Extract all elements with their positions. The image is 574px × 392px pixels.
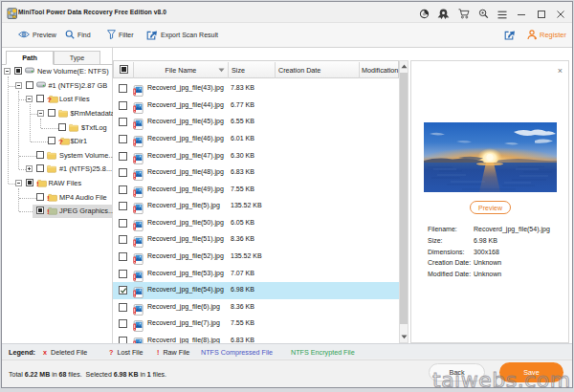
tree-expander-minus[interactable]: [15, 180, 22, 186]
preview-close-icon[interactable]: ×: [558, 67, 563, 75]
file-row[interactable]: Recoverd_jpg_file(51).jpg8.36 KB: [113, 231, 399, 249]
toolbar-button-export-scan-result[interactable]: Export Scan Result: [146, 28, 218, 41]
folder-jpeg-icon: !: [47, 207, 57, 215]
tree-expander-plus[interactable]: [26, 165, 33, 172]
legend-label: NTFS Encrypted File: [291, 348, 355, 357]
file-row[interactable]: Recoverd_jpg_file(49).jpg7.55 KB: [113, 182, 399, 199]
maximize-button[interactable]: [537, 6, 549, 18]
preview-button[interactable]: Preview: [470, 201, 511, 214]
tree-item[interactable]: New Volume(E: NTFS): [2, 65, 113, 78]
minimize-button[interactable]: [517, 6, 529, 18]
row-checkbox[interactable]: [119, 101, 127, 110]
tree-expander-minus[interactable]: [37, 110, 44, 117]
toolbar-button-filter[interactable]: Filter: [107, 28, 134, 41]
legend-item: NTFS Compressed File: [201, 348, 273, 357]
row-checkbox[interactable]: [119, 135, 127, 143]
status-text: Total 6.22 MB in 68 files. Selected 6.98…: [9, 371, 166, 378]
tree-checkbox[interactable]: [36, 164, 44, 172]
column-header-file-name[interactable]: File Name: [134, 62, 229, 78]
file-row[interactable]: Recoverd_jpg_file(7).jpg7.55 KB: [113, 316, 399, 333]
row-checkbox[interactable]: [119, 168, 127, 177]
row-checkbox[interactable]: [119, 286, 127, 294]
file-row[interactable]: Recoverd_jpg_file(6).jpg8.36 KB: [113, 299, 399, 316]
register-button[interactable]: Register: [527, 28, 566, 41]
row-checkbox[interactable]: [119, 235, 127, 244]
column-header-size[interactable]: Size: [228, 62, 276, 78]
tab-type[interactable]: Type: [54, 51, 100, 65]
row-checkbox[interactable]: [119, 270, 127, 278]
file-row[interactable]: Recoverd_jpg_file(8).jpg6.83 KB: [113, 333, 399, 343]
close-button[interactable]: [556, 6, 568, 18]
detail-value: 300x168: [474, 249, 499, 255]
tree-item[interactable]: ?$Dir1: [2, 135, 113, 148]
tree-checkbox[interactable]: [36, 95, 44, 102]
tree-checkbox[interactable]: [48, 109, 55, 117]
tree-expander-minus[interactable]: [15, 82, 22, 89]
file-row[interactable]: Recoverd_jpg_file(52).jpg135.52 KB: [113, 249, 399, 266]
export-shortcut-button[interactable]: [504, 28, 516, 41]
file-row[interactable]: Recoverd_jpg_file(46).jpg6.01 KB: [113, 131, 399, 148]
row-checkbox[interactable]: [119, 219, 127, 228]
titlebar-menu-icon[interactable]: [497, 6, 510, 18]
file-row[interactable]: Recoverd_jpg_file(44).jpg6.77 KB: [113, 98, 399, 115]
row-checkbox[interactable]: [119, 185, 127, 194]
column-header-creation-date[interactable]: Creation Date: [275, 62, 360, 78]
main-area: Path Type New Volume(E: NTFS)#1 (NTFS)2.…: [2, 48, 572, 343]
tree-item[interactable]: !JPEG Graphics...: [2, 205, 113, 218]
tree-checkbox[interactable]: [36, 207, 44, 214]
vertical-scrollbar[interactable]: [399, 60, 408, 343]
titlebar-pie-icon[interactable]: [419, 6, 431, 18]
tree-checkbox[interactable]: [36, 151, 44, 159]
tree-item[interactable]: #1 (NTFS)25.8...: [2, 163, 113, 176]
row-checkbox[interactable]: [119, 84, 127, 93]
file-row[interactable]: Recoverd_jpg_file(45).jpg6.55 KB: [113, 114, 399, 131]
scroll-thumb[interactable]: [400, 73, 408, 324]
tree-item[interactable]: $TxfLog: [2, 121, 113, 135]
scroll-down-button[interactable]: [400, 332, 408, 342]
file-row[interactable]: Recoverd_jpg_file(5).jpg135.52 KB: [113, 198, 399, 215]
titlebar-medal-icon[interactable]: [437, 6, 450, 18]
folder-icon: [47, 164, 56, 173]
tree-checkbox[interactable]: [14, 67, 22, 75]
row-checkbox[interactable]: [119, 337, 127, 343]
tree-checkbox[interactable]: [58, 123, 66, 131]
file-name: Recoverd_jpg_file(45).jpg: [147, 118, 224, 124]
tree-item[interactable]: !MP4 Audio File: [2, 191, 113, 205]
tree-checkbox[interactable]: [26, 81, 33, 89]
row-checkbox[interactable]: [119, 252, 127, 261]
titlebar-search-plus-icon[interactable]: [478, 6, 491, 18]
row-checkbox[interactable]: [119, 118, 127, 126]
titlebar-cart-icon[interactable]: [458, 6, 471, 18]
tree-item[interactable]: !RAW Files: [2, 177, 113, 190]
row-checkbox[interactable]: [119, 303, 127, 312]
app-window: MiniTool Power Data Recovery Free Editio…: [1, 1, 573, 388]
tree-item[interactable]: ?Lost Files: [2, 93, 113, 106]
tree-expander-minus[interactable]: [4, 68, 11, 75]
row-checkbox[interactable]: [119, 319, 127, 328]
folder-icon: [58, 109, 68, 118]
tree-item[interactable]: System Volume...: [2, 149, 113, 163]
tree-expander-minus[interactable]: [26, 96, 33, 102]
file-size: 8.36 KB: [231, 303, 254, 310]
tree-checkbox[interactable]: [36, 193, 44, 201]
row-checkbox[interactable]: [119, 152, 127, 161]
file-row[interactable]: Recoverd_jpg_file(50).jpg6.05 KB: [113, 215, 399, 232]
tree-checkbox[interactable]: [48, 137, 55, 144]
legend-item: xDeleted File: [43, 348, 87, 357]
file-row[interactable]: Recoverd_jpg_file(53).jpg7.07 KB: [113, 266, 399, 283]
column-header-modification[interactable]: Modification: [359, 62, 399, 78]
file-row[interactable]: Recoverd_jpg_file(54).jpg6.98 KB: [113, 282, 399, 299]
file-row[interactable]: Recoverd_jpg_file(43).jpg7.83 KB: [113, 80, 399, 98]
app-icon: [7, 6, 17, 23]
toolbar-button-find[interactable]: Find: [65, 28, 91, 41]
tree-item[interactable]: #1 (NTFS)2.87 GB: [2, 79, 113, 93]
file-row[interactable]: Recoverd_jpg_file(48).jpg6.83 KB: [113, 164, 399, 182]
file-size: 135.52 KB: [231, 252, 262, 259]
file-row[interactable]: Recoverd_jpg_file(47).jpg6.30 KB: [113, 148, 399, 165]
scroll-up-button[interactable]: [400, 61, 408, 72]
toolbar-button-preview[interactable]: Preview: [18, 28, 56, 41]
tree-item[interactable]: $RmMetadata: [2, 107, 113, 120]
row-checkbox[interactable]: [119, 202, 127, 210]
tree-checkbox[interactable]: [26, 179, 33, 186]
tab-path[interactable]: Path: [6, 51, 54, 65]
